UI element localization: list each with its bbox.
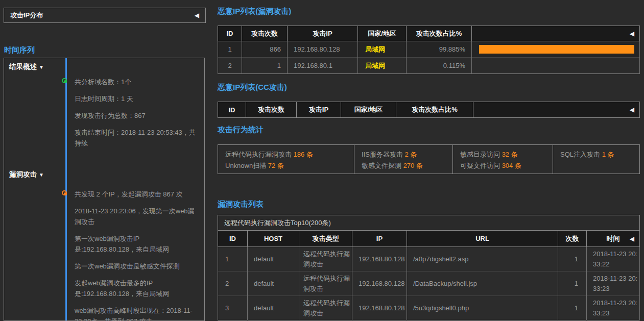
- attack-ip-distribution-label: 攻击IP分布: [10, 11, 43, 20]
- timeline-item: 2018-11-23 20:23:06，发现第一次web漏洞攻击: [75, 206, 199, 227]
- main-content: 恶意IP列表(漏洞攻击) ID 攻击次数 攻击IP 国家/地区 攻击次数占比% …: [218, 0, 640, 321]
- stats-label: Unknown扫描: [225, 162, 266, 169]
- timeline-item-text: 第一次web漏洞攻击是敏感文件探测: [75, 262, 180, 270]
- cell-url: /a0p7digshell2.asp: [407, 247, 558, 271]
- cell-ip: 192.168.80.128: [352, 296, 407, 320]
- vuln-ip-list-title: 恶意IP列表(漏洞攻击): [218, 7, 291, 16]
- table-row: 2 1 192.168.80.1 局域网 0.115%: [218, 58, 640, 74]
- stats-count: 1 条: [602, 151, 614, 158]
- cell-ip: 192.168.80.1: [288, 58, 358, 74]
- col-count: 次数: [558, 231, 587, 247]
- stats-count: 186 条: [294, 151, 313, 158]
- col-bar-chart: ◀: [472, 26, 640, 41]
- col-time-label: 时间: [607, 235, 620, 242]
- col-region: 国家/地区: [358, 26, 407, 41]
- timeline-item: 第一次web漏洞攻击IP是:192.168.80.128，来自局域网: [75, 233, 199, 255]
- stats-item: 可疑文件访问 304 条: [460, 160, 550, 171]
- col-ip: IP: [352, 231, 407, 247]
- cell-type: 远程代码执行漏洞攻击: [299, 247, 352, 271]
- timeline-panel: 结果概述▼ 共分析域名数：1个 日志时间周期：1 天 发现攻击行为总数：867 …: [4, 58, 205, 321]
- collapse-left-icon[interactable]: ◀: [195, 12, 199, 18]
- caret-down-icon: ▼: [39, 172, 44, 178]
- timeline-group-vuln-attack-label: 漏洞攻击: [9, 170, 37, 178]
- stats-item: SQL注入攻击 1 条: [560, 149, 636, 160]
- table-row: 3 default 远程代码执行漏洞攻击 192.168.80.128 /5u3…: [218, 296, 640, 320]
- col-url: URL: [407, 231, 558, 247]
- cell-count: 1: [558, 247, 587, 271]
- cell-ip: 192.168.80.128: [352, 247, 407, 271]
- timeline-item: 共分析域名数：1个: [75, 77, 199, 87]
- timeline-item-text: web漏洞攻击高峰时段出现在：2018-11-23 20点，共受到 867 攻击: [75, 307, 193, 321]
- cell-id: 3: [218, 296, 248, 320]
- timeline-item: 发现攻击行为总数：867: [75, 110, 199, 121]
- cell-bar: [472, 41, 640, 58]
- col-attack-ip: 攻击IP: [288, 26, 358, 41]
- table-header-row: ID 攻击次数 攻击IP 国家/地区 攻击次数占比% ◀: [218, 26, 640, 41]
- timeline-item-text: 共分析域名数：1个: [75, 78, 131, 86]
- timeline-group-overview-toggle[interactable]: 结果概述▼: [9, 62, 44, 71]
- stats-column: 敏感目录访问 32 条 可疑文件访问 304 条: [453, 145, 553, 174]
- col-id: ID: [218, 231, 248, 247]
- cell-id: 1: [218, 247, 248, 271]
- cell-region: 局域网: [358, 41, 407, 58]
- timeline-group-vuln-attack-toggle[interactable]: 漏洞攻击▼: [9, 170, 44, 179]
- col-attack-count: 攻击次数: [242, 26, 288, 41]
- col-id: ID: [218, 26, 242, 41]
- stats-count: 32 条: [502, 151, 518, 158]
- cell-id: 2: [218, 271, 248, 296]
- attack-ip-distribution-panel-header[interactable]: 攻击IP分布 ◀: [4, 8, 206, 23]
- vuln-attack-table: 远程代码执行漏洞攻击Top10(200条) ID HOST 攻击类型 IP UR…: [218, 215, 640, 320]
- timeline-item-text: 攻击结束时间：2018-11-23 20:53:43，共持续: [75, 129, 196, 147]
- stats-label: 远程代码执行漏洞攻击: [225, 151, 292, 158]
- stats-label: SQL注入攻击: [560, 151, 600, 158]
- cc-ip-list-title: 恶意IP列表(CC攻击): [218, 83, 287, 92]
- subtable-title: 远程代码执行漏洞攻击Top10(200条): [218, 215, 640, 231]
- cell-id: 1: [218, 41, 242, 58]
- cell-url: /5u3qdigshell0.php: [407, 296, 558, 320]
- cell-count: 866: [242, 41, 288, 58]
- cell-host: default: [248, 296, 299, 320]
- timeline-item-text: 第一次web漏洞攻击IP是:192.168.80.128，来自局域网: [75, 235, 169, 253]
- timeline-group-overview: 结果概述▼ 共分析域名数：1个 日志时间周期：1 天 发现攻击行为总数：867 …: [4, 58, 204, 149]
- timeline-item: 发起web漏洞攻击最多的IP是:192.168.80.128，来自局域网: [75, 278, 199, 299]
- stats-item: 敏感文件探测 270 条: [362, 160, 449, 171]
- cell-ip: 192.168.80.128: [288, 41, 358, 58]
- cell-id: 2: [218, 58, 242, 74]
- stats-count: 72 条: [268, 162, 284, 169]
- col-attack-ip: 攻击IP: [297, 102, 341, 118]
- stats-count: 304 条: [502, 162, 521, 169]
- collapse-left-icon[interactable]: ◀: [630, 107, 634, 113]
- timeline-group-overview-label: 结果概述: [9, 63, 37, 70]
- col-id: ID: [218, 102, 246, 118]
- stats-label: 敏感目录访问: [460, 151, 500, 158]
- cell-pct: 0.115%: [407, 58, 472, 74]
- table-row: 1 866 192.168.80.128 局域网 99.885%: [218, 41, 640, 58]
- stats-count: 2 条: [405, 151, 417, 158]
- attack-stats-title: 攻击行为统计: [218, 125, 264, 135]
- timeline-marker-orange-icon: [62, 190, 67, 195]
- cell-time: 2018-11-23 20:33:23: [587, 296, 640, 320]
- cell-type: 远程代码执行漏洞攻击: [299, 271, 352, 296]
- timeline-item: 攻击结束时间：2018-11-23 20:53:43，共持续: [75, 127, 199, 149]
- timeline-marker-green-icon: [62, 78, 67, 83]
- stats-column: SQL注入攻击 1 条: [553, 145, 639, 174]
- stats-item: Unknown扫描 72 条: [225, 160, 351, 171]
- cc-ip-table: ID 攻击次数 攻击IP 国家/地区 攻击次数占比% ◀: [218, 102, 640, 118]
- stats-column: 远程代码执行漏洞攻击 186 条 Unknown扫描 72 条: [218, 145, 354, 174]
- cell-count: 1: [558, 296, 587, 320]
- table-row: 1 default 远程代码执行漏洞攻击 192.168.80.128 /a0p…: [218, 247, 640, 271]
- col-pct: 攻击次数占比%: [396, 102, 473, 118]
- collapse-left-icon[interactable]: ◀: [630, 31, 634, 37]
- cell-region: 局域网: [358, 58, 407, 74]
- table-row: 2 default 远程代码执行漏洞攻击 192.168.80.128 /Dat…: [218, 271, 640, 296]
- pct-bar: [479, 45, 634, 54]
- cell-host: default: [248, 271, 299, 296]
- stats-label: 可疑文件访问: [460, 162, 500, 169]
- collapse-left-icon[interactable]: ◀: [630, 236, 634, 242]
- col-attack-type: 攻击类型: [299, 231, 352, 247]
- stats-item: 远程代码执行漏洞攻击 186 条: [225, 149, 351, 160]
- timeline-item: 第一次web漏洞攻击是敏感文件探测: [75, 261, 199, 271]
- timeline-item-text: 共发现 2 个IP，发起漏洞攻击 867 次: [75, 190, 183, 198]
- timeline-item: 日志时间周期：1 天: [75, 93, 199, 104]
- caret-down-icon: ▼: [39, 64, 44, 70]
